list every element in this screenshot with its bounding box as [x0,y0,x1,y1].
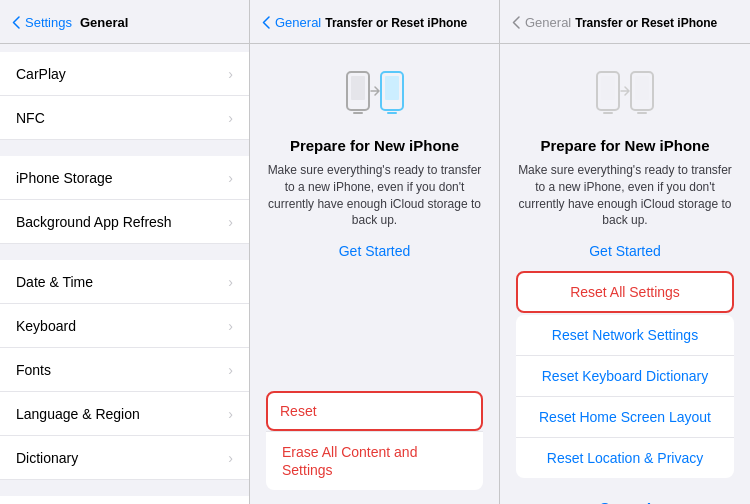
left-nav-title: General [80,15,128,30]
right-back-label: General [525,15,571,30]
right-phone-icon [595,64,655,123]
chevron-icon: › [228,450,233,466]
svg-rect-8 [603,112,613,114]
svg-rect-4 [385,76,399,100]
chevron-icon: › [228,66,233,82]
erase-button[interactable]: Erase All Content and Settings [266,431,483,490]
svg-rect-5 [387,112,397,114]
right-nav-bar: General Transfer or Reset iPhone [500,0,750,44]
right-nav-back[interactable]: General [512,15,571,30]
reset-options-list: Reset Network Settings Reset Keyboard Di… [516,315,734,478]
sidebar-item-vpn[interactable]: VPN & Device Management › [0,496,249,504]
middle-nav-back[interactable]: General [262,15,321,30]
right-prepare-title: Prepare for New iPhone [540,137,709,154]
reset-network-button[interactable]: Reset Network Settings [516,315,734,356]
middle-nav-bar: General Transfer or Reset iPhone [250,0,499,44]
middle-prepare-title: Prepare for New iPhone [290,137,459,154]
left-nav-bar: Settings General [0,0,249,44]
reset-network-label: Reset Network Settings [552,327,698,343]
chevron-icon: › [228,362,233,378]
reset-label: Reset [280,403,317,419]
svg-rect-10 [635,76,649,100]
reset-button[interactable]: Reset [266,391,483,431]
reset-keyboard-button[interactable]: Reset Keyboard Dictionary [516,356,734,397]
sidebar-item-nfc[interactable]: NFC › [0,96,249,140]
reset-keyboard-label: Reset Keyboard Dictionary [542,368,709,384]
get-started-button[interactable]: Get Started [339,243,411,259]
sidebar-item-dictionary[interactable]: Dictionary › [0,436,249,480]
left-panel: Settings General CarPlay › NFC › iPhone … [0,0,250,504]
chevron-icon: › [228,318,233,334]
right-content: Prepare for New iPhone Make sure everyth… [500,44,750,504]
left-nav-back[interactable]: Settings [12,15,72,30]
svg-rect-7 [601,76,615,100]
reset-all-settings-button[interactable]: Reset All Settings [516,271,734,313]
cancel-button[interactable]: Cancel [516,490,734,504]
chevron-icon: › [228,406,233,422]
middle-nav-title: Transfer or Reset iPhone [325,16,487,30]
sidebar-item-date-time[interactable]: Date & Time › [0,260,249,304]
sidebar-item-iphone-storage[interactable]: iPhone Storage › [0,156,249,200]
right-prepare-desc: Make sure everything's ready to transfer… [516,162,734,229]
sidebar-item-background-app[interactable]: Background App Refresh › [0,200,249,244]
svg-rect-2 [353,112,363,114]
reset-home-label: Reset Home Screen Layout [539,409,711,425]
reset-location-label: Reset Location & Privacy [547,450,703,466]
chevron-icon: › [228,214,233,230]
sidebar-item-fonts[interactable]: Fonts › [0,348,249,392]
sidebar-item-keyboard[interactable]: Keyboard › [0,304,249,348]
chevron-icon: › [228,170,233,186]
reset-home-button[interactable]: Reset Home Screen Layout [516,397,734,438]
left-back-label: Settings [25,15,72,30]
left-section-storage: iPhone Storage › Background App Refresh … [0,156,249,244]
sidebar-item-language[interactable]: Language & Region › [0,392,249,436]
middle-panel: General Transfer or Reset iPhone Prepare… [250,0,500,504]
phone-transfer-icon [345,64,405,123]
svg-rect-11 [637,112,647,114]
reset-location-button[interactable]: Reset Location & Privacy [516,438,734,478]
left-section-top: CarPlay › NFC › [0,44,249,140]
left-section-settings: Date & Time › Keyboard › Fonts › Languag… [0,260,249,480]
sidebar-item-carplay[interactable]: CarPlay › [0,52,249,96]
erase-label: Erase All Content and Settings [282,444,417,478]
right-nav-title: Transfer or Reset iPhone [575,16,738,30]
middle-content: Prepare for New iPhone Make sure everyth… [250,44,499,391]
chevron-icon: › [228,110,233,126]
right-get-started-button[interactable]: Get Started [589,243,661,259]
middle-prepare-desc: Make sure everything's ready to transfer… [266,162,483,229]
reset-all-label: Reset All Settings [570,284,680,300]
middle-back-label: General [275,15,321,30]
chevron-icon: › [228,274,233,290]
right-panel: General Transfer or Reset iPhone Prepare… [500,0,750,504]
left-section-vpn: VPN & Device Management › [0,496,249,504]
svg-rect-1 [351,76,365,100]
